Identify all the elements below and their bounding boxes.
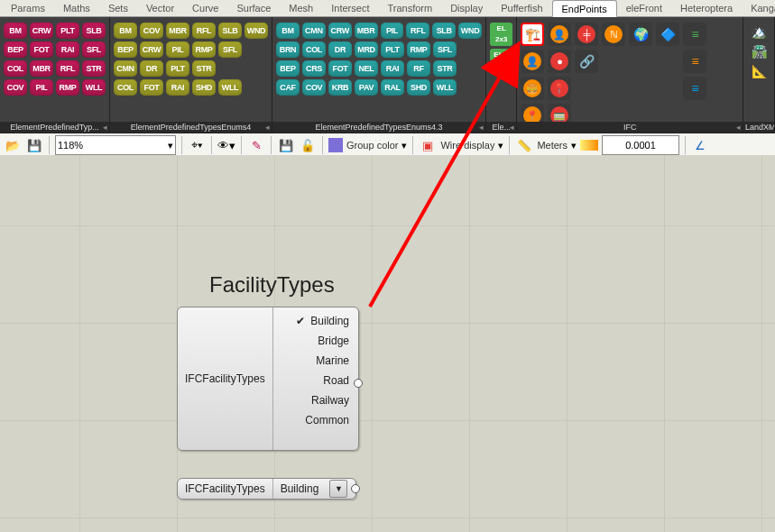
tag-crw[interactable]: CRW [328,23,352,39]
tag-rfl[interactable]: RFL [192,23,216,39]
sketch-icon[interactable]: ✎ [247,136,265,154]
tab-sets[interactable]: Sets [99,0,137,16]
lock-icon[interactable]: 🔓 [299,136,317,154]
tag-rai[interactable]: RAI [381,60,404,77]
output-port-2[interactable] [351,484,360,493]
tag-caf[interactable]: CAF [276,79,300,96]
option-common[interactable]: Common [282,410,349,430]
color-swatch[interactable] [328,138,343,152]
tag-str[interactable]: STR [82,60,106,77]
tag-krb[interactable]: KRB [328,79,352,96]
open-icon[interactable]: 📂 [4,136,22,154]
tag-fot[interactable]: FOT [328,60,352,77]
panel-label[interactable]: Ele... [486,122,516,133]
tag-pil[interactable]: PIL [30,79,53,96]
tag-fot[interactable]: FOT [30,41,53,58]
tag-dr[interactable]: DR [140,60,163,77]
ifc-list2-icon[interactable]: ≡ [683,50,706,73]
tag-bm[interactable]: BM [4,23,27,39]
wire-icon[interactable]: ▣ [419,136,437,154]
ifc-nu-icon[interactable]: ℕ [602,23,625,46]
ifc-globe-icon[interactable]: 🌍 [629,23,652,46]
tab-intersect[interactable]: Intersect [322,0,378,16]
tag-bep[interactable]: BEP [114,41,137,58]
tag-mrd[interactable]: MRD [355,41,378,58]
tab-maths[interactable]: Maths [54,0,99,16]
tag-sfl[interactable]: SFL [82,41,106,58]
tag-cmn[interactable]: CMN [302,23,326,39]
tag-pil[interactable]: PIL [381,23,404,39]
output-port[interactable] [354,379,363,388]
tag-str[interactable]: STR [433,60,457,77]
tag-mbr[interactable]: MBR [166,23,189,39]
tag-nel[interactable]: NEL [355,60,378,77]
tag-rmp[interactable]: RMP [192,41,216,58]
tab-vector[interactable]: Vector [137,0,183,16]
landxml-terrain-icon[interactable]: 🏔️ [747,23,770,41]
tag-ral[interactable]: RAL [381,79,404,96]
tag-pil[interactable]: PIL [166,41,189,58]
save2-icon[interactable]: 💾 [277,136,295,154]
ifc-list3-icon[interactable]: ≡ [683,77,706,100]
panel-label[interactable]: LandXML [743,122,774,133]
tag-bm[interactable]: BM [114,23,137,39]
landxml-survey-icon[interactable]: 📐 [747,62,770,80]
option-bridge[interactable]: Bridge [282,331,349,351]
facility-types-compact-node[interactable]: IFCFacilityTypes Building ▼ [177,478,356,500]
tag-mbr[interactable]: MBR [355,23,378,39]
ifc-facility-icon[interactable]: ╪ [575,23,598,46]
ifc-list-icon[interactable]: ≡ [683,23,706,46]
tab-elefront[interactable]: eleFront [617,0,671,16]
tag-crw[interactable]: CRW [140,41,163,58]
tag-dr[interactable]: DR [328,41,352,58]
tag-wnd[interactable]: WND [458,23,482,39]
tag-bep[interactable]: BEP [4,41,27,58]
ifc-person-icon[interactable]: 👤 [548,23,571,46]
tag-slb[interactable]: SLB [82,23,106,39]
panel-label[interactable]: IFC [517,122,743,133]
tag-plt[interactable]: PLT [166,60,189,77]
canvas[interactable]: FacilityTypes IFCFacilityTypes ✔Building… [0,155,775,532]
tag-plt[interactable]: PLT [381,41,404,58]
tab-heteroptera[interactable]: Heteroptera [671,0,742,16]
tab-kangaroo2[interactable]: Kangaroo2 [742,0,775,16]
ifc-site-icon[interactable]: 🏗️ [521,23,544,46]
landxml-road-icon[interactable]: 🛣️ [747,42,770,60]
tag-sfl[interactable]: SFL [433,41,457,58]
tag-rai[interactable]: RAI [166,79,189,96]
ifc-circle-icon[interactable]: ● [548,50,571,73]
ifc-link-icon[interactable]: 🔗 [575,50,598,73]
panel-label[interactable]: ElementPredefinedTyp... [0,122,109,133]
tag-fot[interactable]: FOT [140,79,163,96]
tab-display[interactable]: Display [441,0,492,16]
tag-col[interactable]: COL [302,41,326,58]
tag-plt[interactable]: PLT [56,23,79,39]
tag-slb[interactable]: SLB [432,23,456,39]
option-marine[interactable]: Marine [282,351,349,371]
tab-params[interactable]: Params [2,0,54,16]
tag-shd[interactable]: SHD [407,79,430,96]
tab-curve[interactable]: Curve [183,0,227,16]
tab-surface[interactable]: Surface [227,0,280,16]
tag-rf[interactable]: RF [407,60,430,77]
tag-rai[interactable]: RAI [56,41,79,58]
tag-col[interactable]: COL [4,60,27,77]
tag-slb[interactable]: SLB [218,23,242,39]
wire-display-label[interactable]: Wire display [440,140,494,151]
target-icon[interactable]: ⌖▾ [188,136,206,154]
panel-label[interactable]: ElementPredefinedTypesEnums4.3 [272,122,485,133]
tag-rmp[interactable]: RMP [407,41,430,58]
tab-pufferfish[interactable]: Pufferfish [492,0,551,16]
tag-brn[interactable]: BRN [276,41,300,58]
tag-bm[interactable]: BM [276,23,300,39]
tag-cmn[interactable]: CMN [114,60,137,77]
ifc-food-icon[interactable]: 🍔 [521,77,544,100]
tag-rfl[interactable]: RFL [406,23,429,39]
tag-wll[interactable]: WLL [218,79,242,96]
tab-mesh[interactable]: Mesh [280,0,322,16]
tag-wll[interactable]: WLL [433,79,457,96]
tag-str[interactable]: STR [192,60,216,77]
el4-icon[interactable]: EL 4 [490,49,512,61]
tag-wll[interactable]: WLL [82,79,106,96]
tag-rmp[interactable]: RMP [56,79,79,96]
